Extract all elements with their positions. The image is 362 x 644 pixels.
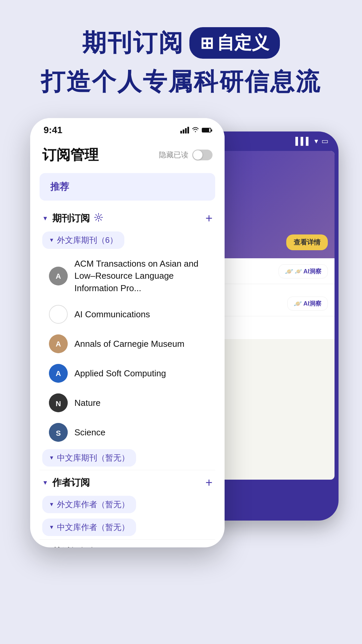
recommend-tab-text: 推荐 xyxy=(50,181,69,192)
keyword-section-header: ▼ 关键词订阅 + xyxy=(30,540,225,547)
chip-triangle-chinese-author: ▼ xyxy=(49,524,54,530)
journal-item-acm[interactable]: A ACM Transactions on Asian and Low–Reso… xyxy=(30,252,225,300)
journal-section-header: ▼ 期刊订阅 + xyxy=(30,206,225,229)
chip-triangle-foreign: ▼ xyxy=(49,237,54,243)
toggle-knob xyxy=(193,150,202,160)
ai-btn2-label: AI洞察 xyxy=(303,300,321,308)
svg-text:S: S xyxy=(56,429,61,437)
journal-avatar-acm: A xyxy=(49,267,68,285)
journal-avatar-ai-comm xyxy=(49,305,68,324)
add-author-button[interactable]: + xyxy=(205,476,213,490)
chinese-author-chip[interactable]: ▼ 中文库作者（暂无） xyxy=(42,519,136,536)
header-title2: 打造个人专属科研信息流 xyxy=(0,66,362,98)
back-battery-icon: ▭ xyxy=(321,137,328,146)
journal-avatar-nature: N xyxy=(49,393,68,412)
author-section-header: ▼ 作者订阅 + xyxy=(30,470,225,494)
svg-text:A: A xyxy=(56,272,61,280)
keyword-section-label: 关键词订阅 xyxy=(52,546,99,547)
battery-icon xyxy=(202,128,211,132)
journal-item-ai-comm[interactable]: AI Communications xyxy=(30,300,225,329)
journal-name-ai-comm: AI Communications xyxy=(74,308,150,320)
ai-btn1[interactable]: 🪐 🪐 AI洞察 xyxy=(279,264,328,278)
foreign-library-label: 外文库期刊（6） xyxy=(57,235,118,246)
front-phone: 9:41 xyxy=(30,118,225,547)
foreign-author-chip[interactable]: ▼ 外文库作者（暂无） xyxy=(42,496,136,513)
status-bar: 9:41 xyxy=(30,118,225,139)
add-keyword-button[interactable]: + xyxy=(205,545,213,547)
journal-name-asc: Applied Soft Computing xyxy=(74,367,166,379)
status-icons xyxy=(180,126,211,134)
journal-name-carnegie: Annals of Carnegie Museum xyxy=(74,338,184,350)
wifi-icon xyxy=(192,126,199,134)
page-title: 订阅管理 xyxy=(42,146,99,164)
svg-text:A: A xyxy=(56,340,61,348)
author-section-label: 作者订阅 xyxy=(52,476,90,489)
ai-btn2[interactable]: 🪐 AI洞察 xyxy=(287,297,328,311)
badge-icon: ⊞ xyxy=(200,34,214,52)
phone-scene: ▌▌▌ ▾ ▭ ⚡ 查看详情 s still 🪐 xyxy=(30,118,332,588)
signal-icon xyxy=(180,127,189,133)
foreign-author-label: 外文库作者（暂无） xyxy=(57,499,129,510)
toggle-area: 隐藏已读 xyxy=(159,150,213,160)
view-detail-button[interactable]: 查看详情 xyxy=(286,234,328,250)
badge-text: 自定义 xyxy=(217,31,269,55)
chinese-library-label: 中文库期刊（暂无） xyxy=(57,452,129,463)
toggle-label: 隐藏已读 xyxy=(159,150,188,160)
journal-item-carnegie[interactable]: A Annals of Carnegie Museum xyxy=(30,329,225,359)
back-wifi-icon: ▾ xyxy=(314,137,318,146)
hide-read-toggle[interactable] xyxy=(192,150,213,160)
svg-point-2 xyxy=(97,216,100,219)
journal-item-asc[interactable]: A Applied Soft Computing xyxy=(30,359,225,388)
author-section-title: ▼ 作者订阅 xyxy=(42,476,90,489)
chinese-author-label: 中文库作者（暂无） xyxy=(57,522,129,533)
journal-item-nature[interactable]: N Nature xyxy=(30,388,225,418)
journal-name-acm: ACM Transactions on Asian and Low–Resour… xyxy=(74,258,213,294)
planet-icon2: 🪐 xyxy=(294,300,302,308)
journal-item-science[interactable]: S Science xyxy=(30,418,225,447)
foreign-library-chip[interactable]: ▼ 外文库期刊（6） xyxy=(42,231,124,249)
back-signal-icon: ▌▌▌ xyxy=(295,137,311,146)
gear-icon-journal[interactable] xyxy=(94,213,103,224)
page-title-bar: 订阅管理 隐藏已读 xyxy=(30,139,225,170)
chinese-library-chip[interactable]: ▼ 中文库期刊（暂无） xyxy=(42,449,136,467)
status-time: 9:41 xyxy=(44,125,62,136)
journal-avatar-asc: A xyxy=(49,364,68,383)
custom-badge: ⊞ 自定义 xyxy=(189,27,280,59)
journal-section-label: 期刊订阅 xyxy=(52,212,90,225)
recommend-tab[interactable]: 推荐 xyxy=(40,173,215,201)
collapse-triangle-journal[interactable]: ▼ xyxy=(42,215,48,222)
journal-name-science: Science xyxy=(74,426,106,438)
journal-avatar-science: S xyxy=(49,423,68,442)
header-line1: 期刊订阅 ⊞ 自定义 xyxy=(0,27,362,59)
add-journal-button[interactable]: + xyxy=(205,211,213,225)
journal-name-nature: Nature xyxy=(74,397,101,409)
header-title1: 期刊订阅 xyxy=(82,27,184,59)
journal-avatar-carnegie: A xyxy=(49,334,68,353)
keyword-section-title: ▼ 关键词订阅 xyxy=(42,546,99,547)
header-section: 期刊订阅 ⊞ 自定义 打造个人专属科研信息流 xyxy=(0,0,362,118)
chip-triangle-foreign-author: ▼ xyxy=(49,501,54,507)
journal-section-title: ▼ 期刊订阅 xyxy=(42,212,103,225)
chip-triangle-chinese: ▼ xyxy=(49,455,54,461)
ai-btn1-label: 🪐 AI洞察 xyxy=(295,267,321,275)
svg-text:A: A xyxy=(56,369,61,378)
svg-text:N: N xyxy=(56,399,61,408)
collapse-triangle-author[interactable]: ▼ xyxy=(42,479,48,486)
planet-icon1: 🪐 xyxy=(285,267,293,275)
